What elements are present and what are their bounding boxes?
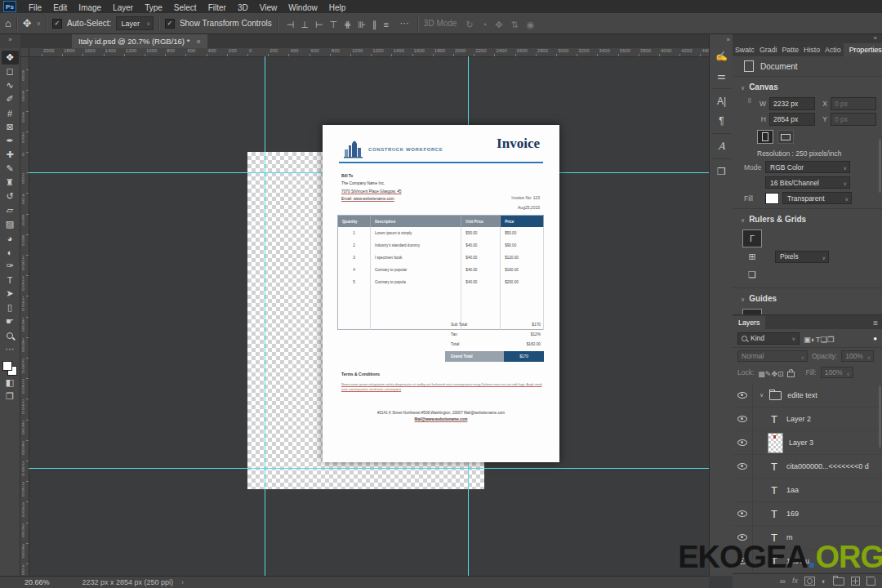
- layer-row[interactable]: T Layer 2: [733, 408, 882, 431]
- color-mode-dropdown[interactable]: RGB Color∨: [765, 161, 850, 173]
- filter-kind-dropdown[interactable]: Kind ∨: [737, 332, 800, 345]
- layer-effects-icon[interactable]: fx: [792, 577, 798, 585]
- move-tool[interactable]: ✥: [2, 51, 19, 65]
- dodge-tool[interactable]: ◐: [2, 245, 19, 259]
- zoom-level[interactable]: 20.66%: [24, 578, 50, 586]
- link-layers-icon[interactable]: ∞: [780, 577, 786, 586]
- guides-section-header[interactable]: ∨Guides: [733, 288, 882, 306]
- type-tool[interactable]: T: [2, 273, 19, 287]
- vertical-guide[interactable]: [265, 56, 265, 576]
- horizontal-guide[interactable]: [29, 468, 709, 469]
- layer-mask-icon[interactable]: [804, 577, 815, 586]
- menu-3d[interactable]: 3D: [232, 3, 254, 12]
- invoice-page-layer[interactable]: CONSTRUCK WORKFORCE Invoice Bill To The …: [323, 125, 559, 462]
- libraries-panel-icon[interactable]: ❒: [710, 162, 733, 181]
- filter-smart-objects-icon[interactable]: ❒: [827, 335, 835, 344]
- layers-scrollbar[interactable]: [879, 385, 881, 448]
- crop-tool[interactable]: #: [2, 106, 19, 120]
- menu-layer[interactable]: Layer: [107, 3, 139, 12]
- home-icon[interactable]: ⌂: [5, 18, 11, 29]
- menu-edit[interactable]: Edit: [47, 3, 73, 12]
- screen-mode-tool[interactable]: ❐: [2, 390, 19, 403]
- layer-name[interactable]: edite text: [787, 391, 817, 399]
- move-tool-preset-icon[interactable]: ✥: [23, 18, 32, 29]
- new-layer-icon[interactable]: [851, 577, 860, 586]
- visibility-toggle[interactable]: [733, 479, 753, 501]
- bit-depth-dropdown[interactable]: 16 Bits/Channel∨: [765, 176, 850, 189]
- fill-swatch[interactable]: [765, 193, 779, 204]
- character-panel-icon[interactable]: A|: [710, 91, 733, 111]
- ruler-toggle-icon[interactable]: Γ: [742, 229, 762, 247]
- layer-row[interactable]: ∨ edite text: [733, 384, 882, 408]
- tab-gradi[interactable]: Gradi: [757, 43, 780, 56]
- 3d-rotate-icon[interactable]: ↻: [461, 20, 477, 29]
- close-tab-icon[interactable]: ×: [196, 38, 200, 46]
- brush-tool[interactable]: ✎: [2, 162, 19, 176]
- menu-select[interactable]: Select: [168, 3, 203, 12]
- distribute-left-icon[interactable]: ⋕: [341, 20, 354, 29]
- rulers-grids-section-header[interactable]: ∨Rulers & Grids: [733, 209, 882, 227]
- tab-swatc[interactable]: Swatc: [733, 43, 757, 56]
- distribute-center-icon[interactable]: ⊪: [354, 20, 369, 29]
- brush-settings-icon[interactable]: ✍: [710, 47, 733, 66]
- frame-tool[interactable]: ⊠: [2, 120, 19, 134]
- layer-row[interactable]: T cita000000...<<<<<<<0 d: [733, 455, 882, 479]
- tab-histo[interactable]: Histo: [801, 43, 822, 56]
- tab-patte[interactable]: Patte: [779, 43, 801, 56]
- fill-input[interactable]: 100%∨: [821, 367, 853, 378]
- layer-row[interactable]: T 169: [733, 502, 882, 526]
- fill-dropdown[interactable]: Transparent∨: [782, 192, 852, 204]
- portrait-orientation-button[interactable]: [757, 130, 773, 144]
- lock-position-icon[interactable]: ✥: [771, 370, 777, 378]
- quick-select-tool[interactable]: ✐: [2, 92, 19, 106]
- expand-panels-icon[interactable]: »: [710, 34, 733, 47]
- adjustment-layer-icon[interactable]: ◐: [822, 577, 826, 586]
- layer-name[interactable]: Layer 3: [789, 439, 813, 447]
- color-swatches[interactable]: [2, 361, 17, 376]
- ruler-units-dropdown[interactable]: Pixels∨: [775, 251, 829, 263]
- link-dimensions-icon[interactable]: ∞: [746, 98, 754, 103]
- blend-mode-dropdown[interactable]: Normal∨: [737, 350, 808, 362]
- auto-select-dropdown[interactable]: Layer∨: [116, 16, 154, 30]
- menu-image[interactable]: Image: [73, 3, 107, 12]
- menu-help[interactable]: Help: [323, 3, 352, 12]
- visibility-toggle[interactable]: [733, 455, 753, 478]
- hand-tool[interactable]: ☛: [2, 314, 19, 328]
- align-left-edges-icon[interactable]: ⊣: [283, 20, 298, 29]
- clone-source-icon[interactable]: ⚌: [710, 66, 733, 86]
- history-brush-tool[interactable]: ↺: [2, 189, 19, 203]
- visibility-toggle[interactable]: [733, 384, 753, 407]
- status-arrow-icon[interactable]: ›: [181, 578, 184, 586]
- blur-tool[interactable]: ◕: [2, 231, 19, 245]
- eraser-tool[interactable]: ▱: [2, 203, 19, 217]
- lasso-tool[interactable]: ∿: [2, 78, 19, 92]
- zoom-tool[interactable]: [2, 328, 19, 342]
- pen-tool[interactable]: ✑: [2, 259, 19, 273]
- visibility-toggle[interactable]: [733, 502, 753, 525]
- quick-mask-tool[interactable]: ◧: [2, 376, 19, 390]
- 3d-slide-icon[interactable]: ⇅: [507, 20, 523, 29]
- width-input[interactable]: 2232 px: [769, 97, 815, 110]
- layer-row[interactable]: Layer 3: [733, 431, 882, 455]
- show-transform-checkbox[interactable]: ✓: [165, 19, 175, 29]
- panel-menu-icon[interactable]: ≡: [873, 318, 882, 329]
- menu-view[interactable]: View: [254, 3, 283, 12]
- landscape-orientation-button[interactable]: [777, 130, 794, 144]
- align-top-edges-icon[interactable]: ⊤: [327, 20, 341, 29]
- healing-tool[interactable]: ✚: [2, 148, 19, 162]
- delete-layer-icon[interactable]: [866, 578, 875, 586]
- align-right-edges-icon[interactable]: ⊢: [312, 20, 327, 29]
- shape-tool[interactable]: ▯: [2, 301, 19, 314]
- auto-select-checkbox[interactable]: ✓: [52, 19, 62, 29]
- eyedropper-tool[interactable]: ✒: [2, 134, 19, 148]
- document-viewport[interactable]: CONSTRUCK WORKFORCE Invoice Bill To The …: [29, 56, 709, 576]
- chevron-down-icon[interactable]: ∨: [760, 392, 764, 399]
- opacity-input[interactable]: 100%∨: [841, 350, 874, 362]
- align-horizontal-centers-icon[interactable]: ⊥: [297, 20, 312, 29]
- grid-toggle-icon[interactable]: ⊞: [742, 247, 762, 265]
- filter-pixel-layers-icon[interactable]: ▣: [804, 335, 811, 344]
- filter-toggle-icon[interactable]: ●: [873, 335, 877, 342]
- menu-file[interactable]: File: [23, 3, 47, 12]
- clone-stamp-tool[interactable]: ♜: [2, 176, 19, 189]
- visibility-toggle[interactable]: [733, 431, 753, 454]
